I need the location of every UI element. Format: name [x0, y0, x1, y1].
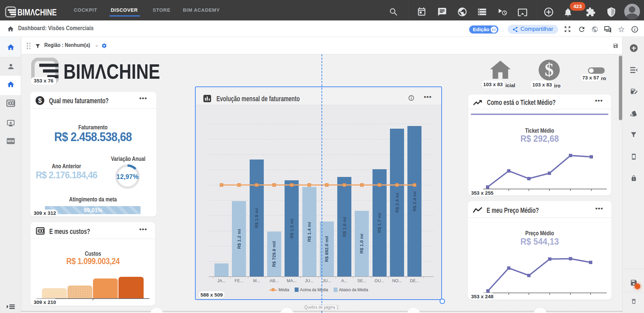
- svg-text:BIMΛCHINE: BIMΛCHINE: [63, 63, 160, 80]
- svg-text:BIMΛCHINE: BIMΛCHINE: [17, 7, 57, 16]
- svg-text:12,97%: 12,97%: [116, 173, 139, 180]
